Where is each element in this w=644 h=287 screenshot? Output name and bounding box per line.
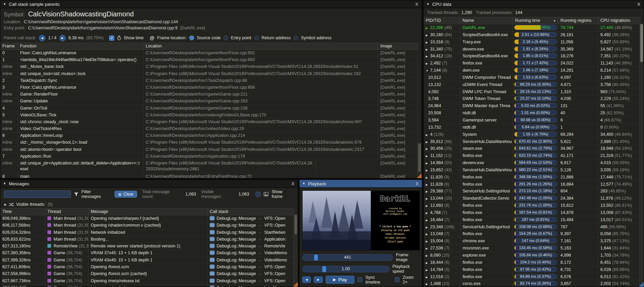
callstack-table-row[interactable]: 7Application::RunC:\Users\wolf\Desktop\d… <box>0 153 418 160</box>
callstack-icon[interactable] <box>210 216 215 220</box>
expand-icon[interactable]: ▶ <box>426 260 430 266</box>
cell-callstack[interactable]: DebugLog::Message←Application: <box>208 236 294 243</box>
callstack-icon[interactable] <box>210 223 215 227</box>
callstack-table-row[interactable]: inlinestd::atomic<bool>::operator boolC:… <box>0 146 418 153</box>
callstack-table-row[interactable]: 1<lambda_84a19dc444fae966ca174e83e708bdc… <box>0 57 418 63</box>
visible-threads-row[interactable]: ▶ Visible threads: (5) <box>0 201 298 208</box>
callstack-table-row[interactable]: inlineGame::RenderFloorC:\Users\wolf\Des… <box>0 91 418 98</box>
callstack-table-row[interactable]: 6Application::InnerLoopC:\Users\wolf\Des… <box>0 132 418 139</box>
cpu-process-row[interactable]: 3,748 DWM Token Thread23.37 ms (0.10%)4,… <box>424 95 640 102</box>
cell-callstack[interactable]: DebugLog::Message←VideoMemo <box>208 257 294 264</box>
expand-icon[interactable]: ▶ <box>426 281 430 287</box>
resize-handle[interactable] <box>293 282 298 287</box>
expand-icon[interactable]: ▶ <box>426 47 430 53</box>
step-forward-button[interactable]: ▶ <box>314 276 322 283</box>
col-header-pid-tid[interactable]: PID/TID <box>424 17 460 24</box>
cpu-process-row[interactable]: ▶12,692 (9)firefox.exe231.76 ms (1.00%)1… <box>424 202 640 209</box>
expand-icon[interactable]: ▶ <box>426 40 430 46</box>
radio-return-address[interactable] <box>254 35 259 40</box>
frame-image-slider[interactable]: 441 <box>302 254 393 261</box>
cpu-process-row[interactable]: ▶31,340 (75)devenv.exe1.91 s (8.26%)35,3… <box>424 46 640 53</box>
expand-icon[interactable]: ▶ <box>426 203 430 209</box>
cell-callstack[interactable]: DebugLog::Message←VFS::Open <box>208 222 294 229</box>
close-icon[interactable]: X <box>415 181 419 186</box>
playback-speed-slider[interactable]: 1.00 <box>302 266 390 272</box>
messages-scrollbar[interactable] <box>293 214 298 287</box>
cpu-process-row[interactable]: ▶18,444 (6)firefox.exe104.2 ms (0.45%)8,… <box>424 259 640 266</box>
callstack-table-row[interactable]: inlinestd::_Mutex_base::lockC:\Program F… <box>0 63 418 70</box>
cpu-process-row[interactable]: ▶10,316 (9)Tracy.exe2.18 s (9.45%)11,058… <box>424 39 640 46</box>
callstack-table-row[interactable]: 4Game::OnTickC:\Users\wolf\Desktop\darkr… <box>0 105 418 112</box>
expand-icon[interactable]: ▶ <box>426 267 430 273</box>
close-icon[interactable]: X <box>414 2 419 7</box>
expand-icon[interactable]: ▶ <box>426 175 430 181</box>
message-row[interactable]: 627,558,996nsGame (36,704)Opening /fores… <box>0 271 294 277</box>
message-row[interactable]: 606,117,568nsMain thread (31,596)Opening… <box>0 222 294 229</box>
resize-handle[interactable] <box>639 282 644 287</box>
cpu-process-row[interactable]: ▶29,388 (77)ServiceHub.SettingsHost273.1… <box>424 188 640 195</box>
expand-icon[interactable]: ▼ <box>426 68 430 74</box>
cpu-process-row[interactable]: 3,564 GameInput server69.68 us (0.00%)64… <box>424 117 640 124</box>
cell-callstack[interactable]: DebugLog::Message←IntroMenu:: <box>208 285 294 287</box>
callstack-table-row[interactable]: 0Floor::CalcLightNoLuminanceC:\Users\wol… <box>0 50 418 57</box>
col-header-time[interactable]: Time <box>0 209 45 215</box>
col-header-cpu-migrations[interactable]: CPU migrations <box>598 17 640 24</box>
scrollbar-thumb[interactable] <box>418 143 421 172</box>
cpu-process-row[interactable]: 10,512 DWM Compositor Thread1.53 s (6.63… <box>424 74 640 81</box>
cell-callstack[interactable]: DebugLog::Message←VFS::Open <box>208 271 294 277</box>
cpu-process-row[interactable]: ▶12,016 (2)firefox.exe84.89 ms (0.37%)6,… <box>424 273 640 281</box>
cell-callstack[interactable]: DebugLog::Message←StartNetwo <box>208 229 294 236</box>
message-row[interactable]: 627,380,356nsGame (36,704)VRAM 37x45: 13… <box>0 250 294 257</box>
sync-timeline-checkbox[interactable] <box>357 277 363 282</box>
callstack-table-row[interactable]: 3Floor::CalcLightNoLuminanceC:\Users\wol… <box>0 84 418 91</box>
callstack-icon[interactable] <box>210 271 215 276</box>
expand-icon[interactable]: ▶ <box>426 160 430 167</box>
expand-icon[interactable]: ▶ <box>426 153 430 159</box>
callstack-icon[interactable] <box>210 230 215 234</box>
close-icon[interactable]: X <box>291 181 295 186</box>
cpu-process-row[interactable]: ▶4,768 (7)firefox.exe187.54 ms (0.81%)14… <box>424 209 640 216</box>
message-row[interactable]: 627,667,736nsGame (36,704)Opening /meta/… <box>0 278 294 285</box>
cpu-process-row[interactable]: ▶16,464 (7)firefox.exe187 ms (0.81%)15,4… <box>424 216 640 224</box>
cpu-process-row[interactable]: ▶11,820 (9)firefox.exe346.58 ms (1.50%)2… <box>424 174 640 181</box>
expand-icon[interactable]: ▶ <box>426 239 430 245</box>
cpu-process-row[interactable]: ▶27,536 (7)msvsmon.exe133.45 ms (0.58%)5… <box>424 245 640 252</box>
expand-icon[interactable]: ▶ <box>426 139 430 145</box>
cpu-process-row[interactable]: ▶15,652 (43)ServiceHub.DataWarehou580.22… <box>424 167 640 174</box>
col-header-location[interactable]: Location <box>144 43 378 49</box>
collapse-icon[interactable]: ▼ <box>3 182 6 185</box>
expand-icon[interactable]: ▶ <box>426 61 430 67</box>
callstack-table-row[interactable]: 5VideoGLBase::TickC:\Users\wolf\Desktop\… <box>0 112 418 119</box>
callstack-table-row[interactable]: 8mainC:\Users\wolf\Desktop\darkrl\src\En… <box>0 173 418 178</box>
callstack-table-row[interactable]: inlinestd::unique_ptr<Application,std::d… <box>0 160 418 173</box>
message-row[interactable]: 627,831,246nsGame (36,704)Intro menu loa… <box>0 285 294 287</box>
col-header-message[interactable]: Message <box>89 209 208 215</box>
play-button[interactable]: ▶Play <box>326 276 354 284</box>
col-header-thread[interactable]: Thread <box>45 209 89 215</box>
expand-icon[interactable]: ▶ <box>426 217 430 224</box>
expand-icon[interactable]: ▶ <box>426 146 430 152</box>
radio-symbol-address[interactable] <box>293 35 298 40</box>
cpu-process-row[interactable]: ▶8,080 (20)explorer.exe105.66 ms (0.46%)… <box>424 252 640 259</box>
expand-icon[interactable]: ▶ <box>426 189 430 195</box>
col-header-running-time[interactable]: Running time▼ <box>513 17 558 24</box>
radio-entry-point[interactable] <box>223 35 228 40</box>
callstack-table-row[interactable]: inlinestd::_Atomic_storage<bool,1>::load… <box>0 139 418 146</box>
expand-icon[interactable]: ▶ <box>426 132 430 138</box>
filter-input[interactable] <box>4 190 71 198</box>
step-back-button[interactable]: ◀ <box>302 276 311 283</box>
cpu-scrollbar[interactable] <box>639 23 644 287</box>
cpu-process-row[interactable]: ▶23,348 (106)ServiceHub.SettingsHost158.… <box>424 224 640 231</box>
callstack-icon[interactable] <box>210 258 215 262</box>
cpu-process-row[interactable]: 13,132 uDWM Event Thread68.29 ms (0.30%)… <box>424 81 640 88</box>
next-callstack-button[interactable]: ▶ <box>59 35 66 41</box>
cpu-process-row[interactable]: ▶13,044 (10)StandardCollector.Servic242.… <box>424 195 640 202</box>
show-time-checkbox[interactable] <box>109 35 114 41</box>
callstack-icon[interactable] <box>210 285 215 287</box>
clear-button[interactable]: ⊗Clear <box>115 191 137 198</box>
callstack-table-row[interactable]: inlinestd::chrono::steady_clock::nowC:\P… <box>0 119 418 126</box>
resize-handle[interactable] <box>417 173 422 178</box>
expand-icon[interactable]: ▶ <box>426 225 430 231</box>
cpu-process-row[interactable]: ▶2,492 (7)firefox.exe1.71 s (7.42%)24,02… <box>424 60 640 67</box>
col-header-frame[interactable]: Frame <box>0 43 18 49</box>
